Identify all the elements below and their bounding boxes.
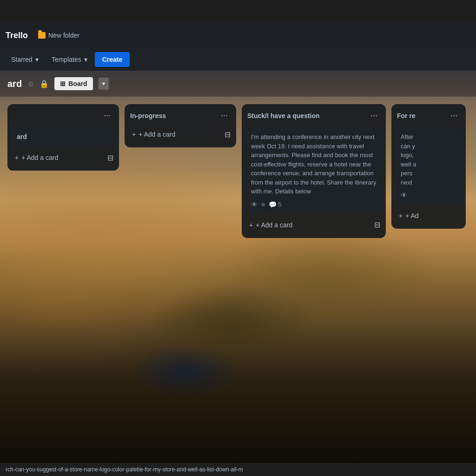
board-grid-icon: ⊞ [60, 80, 66, 87]
card-template-icon-3[interactable]: ⊟ [374, 220, 380, 229]
list-3-add-card-button[interactable]: + + Add a card [247, 219, 294, 231]
card-4-body: After can y logo, well a pers next [401, 132, 456, 187]
create-label: Create [102, 56, 123, 63]
board-list-1: ··· ard + + Add a card ⊟ [7, 104, 119, 171]
comment-icon-button[interactable]: 💬 5 [269, 201, 281, 208]
browser-bar [0, 0, 476, 22]
list-3-footer: + + Add a card ⊟ [242, 216, 386, 234]
list-2-footer: + + Add a card ⊟ [125, 125, 236, 144]
list-3-header: Stuck/I have a question ··· [242, 104, 386, 125]
list-2-header: In-progress ··· [125, 104, 236, 125]
card-1[interactable]: ard [11, 127, 115, 146]
card-4[interactable]: After can y logo, well a pers next 👁 [395, 127, 462, 205]
list-2-title: In-progress [130, 112, 218, 119]
plus-icon: + [132, 131, 136, 138]
templates-button[interactable]: Templates ▾ [46, 53, 93, 66]
lock-icon[interactable]: 🔒 [40, 79, 49, 88]
card-template-icon[interactable]: ⊟ [107, 153, 113, 162]
watch-icon-button[interactable]: 👁 [251, 201, 258, 208]
list-4-header: For re ··· [391, 104, 466, 125]
list-1-header: ··· [7, 104, 119, 125]
board-title: ard [7, 79, 22, 89]
card-3[interactable]: I'm attending a conference in another ci… [245, 127, 382, 214]
add-card-label: + Add a card [21, 154, 58, 161]
list-1-footer: + + Add a card ⊟ [7, 148, 119, 167]
add-card-label: + Add a card [139, 131, 175, 138]
chevron-down-icon: ▾ [102, 80, 105, 87]
card-4-footer: 👁 [401, 192, 456, 199]
list-4-menu-button[interactable]: ··· [448, 110, 460, 121]
board-view-button[interactable]: ⊞ Board [54, 77, 93, 90]
watch-icon-button-4[interactable]: 👁 [401, 192, 407, 199]
list-3-menu-button[interactable]: ··· [368, 110, 380, 121]
card-3-footer: 👁 ≡ 💬 5 [251, 201, 377, 208]
list-1-add-card-button[interactable]: + + Add a card [13, 152, 60, 163]
templates-label: Templates [52, 56, 81, 63]
board-area: ··· ard + + Add a card ⊟ In-progress ···… [0, 97, 476, 476]
nav-folder-item[interactable]: New folder [33, 29, 84, 42]
folder-icon [38, 32, 46, 39]
secondary-nav: Starred ▾ Templates ▾ Create [0, 48, 476, 71]
plus-icon: + [249, 221, 253, 229]
create-button[interactable]: Create [95, 52, 130, 67]
card-3-body: I'm attending a conference in another ci… [251, 132, 377, 196]
add-card-label: + Ad [405, 212, 418, 219]
board-title-bar: ard ☆ 🔒 ⊞ Board ▾ [0, 71, 476, 97]
board-list-4: For re ··· After can y logo, well a pers… [391, 104, 466, 229]
card-1-title: ard [17, 133, 27, 140]
list-3-title: Stuck/I have a question [247, 112, 368, 119]
url-text: rch-can-you-suggest-of-a-store-name-logo… [6, 466, 243, 473]
board-list-2: In-progress ··· + + Add a card ⊟ [125, 104, 236, 147]
starred-button[interactable]: Starred ▾ [6, 53, 44, 66]
list-4-footer: + + Ad [391, 206, 466, 225]
add-card-label: + Add a card [256, 221, 292, 229]
list-2-add-card-button[interactable]: + + Add a card [130, 129, 177, 140]
nav-bar: Trello New folder [0, 22, 476, 48]
board-view-label: Board [68, 80, 87, 87]
list-2-menu-button[interactable]: ··· [218, 110, 231, 121]
plus-icon: + [15, 154, 19, 161]
checklist-icon-button[interactable]: ≡ [261, 201, 265, 208]
app-logo: Trello [6, 31, 28, 40]
plus-icon: + [399, 212, 403, 219]
star-icon[interactable]: ☆ [27, 79, 34, 88]
chevron-down-icon: ▾ [35, 56, 39, 63]
comment-count: 5 [278, 201, 281, 208]
list-4-title: For re [397, 112, 448, 119]
starred-label: Starred [11, 56, 33, 63]
view-options-button[interactable]: ▾ [99, 78, 109, 90]
url-bar: rch-can-you-suggest-of-a-store-name-logo… [0, 463, 476, 476]
list-1-menu-button[interactable]: ··· [101, 110, 113, 121]
list-4-add-card-button[interactable]: + + Ad [397, 210, 421, 221]
chevron-down-icon: ▾ [84, 56, 87, 63]
folder-name: New folder [48, 32, 79, 39]
comment-icon: 💬 [269, 201, 277, 208]
card-template-icon-2[interactable]: ⊟ [225, 130, 231, 139]
board-list-3: Stuck/I have a question ··· I'm attendin… [242, 104, 386, 238]
